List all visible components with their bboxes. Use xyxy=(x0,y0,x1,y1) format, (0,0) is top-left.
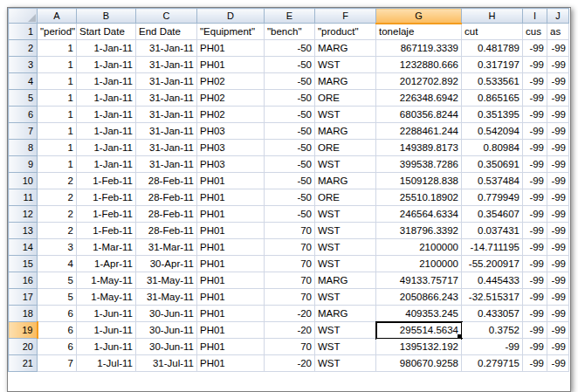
cell-B14[interactable]: 1-Mar-11 xyxy=(77,239,136,256)
column-header-I[interactable]: I xyxy=(523,9,547,24)
column-header-C[interactable]: C xyxy=(136,9,197,24)
row-header-11[interactable]: 11 xyxy=(9,189,38,206)
cell-J4[interactable]: -99 xyxy=(547,73,569,90)
cell-J17[interactable]: -99 xyxy=(547,289,569,306)
cell-B19[interactable]: 1-Jun-11 xyxy=(77,322,136,339)
cell-D9[interactable]: PH03 xyxy=(197,156,265,173)
row-header-18[interactable]: 18 xyxy=(9,306,38,322)
cell-B7[interactable]: 1-Jan-11 xyxy=(77,123,136,140)
cell-B21[interactable]: 1-Jul-11 xyxy=(77,355,136,372)
cell-F21[interactable]: WST xyxy=(315,355,376,372)
cell-E18[interactable]: -20 xyxy=(265,306,315,322)
cell-E16[interactable]: 70 xyxy=(265,272,315,289)
cell-J2[interactable]: -99 xyxy=(547,40,569,57)
cell-F8[interactable]: ORE xyxy=(315,140,376,156)
row-header-16[interactable]: 16 xyxy=(9,272,38,289)
cell-D20[interactable]: PH01 xyxy=(197,339,265,355)
cell-D5[interactable]: PH02 xyxy=(197,90,265,107)
cell-J10[interactable]: -99 xyxy=(547,173,569,189)
cell-G4[interactable]: 2012702.892 xyxy=(376,73,462,90)
cell-G9[interactable]: 399538.7286 xyxy=(376,156,462,173)
cell-D12[interactable]: PH01 xyxy=(197,206,265,223)
cell-H21[interactable]: 0.279715 xyxy=(462,355,523,372)
cell-I1[interactable]: cus xyxy=(523,24,547,40)
cell-G7[interactable]: 2288461.244 xyxy=(376,123,462,140)
column-header-H[interactable]: H xyxy=(462,9,523,24)
cell-B10[interactable]: 1-Feb-11 xyxy=(77,173,136,189)
cell-E14[interactable]: 70 xyxy=(265,239,315,256)
cell-F5[interactable]: ORE xyxy=(315,90,376,107)
cell-F13[interactable]: WST xyxy=(315,223,376,239)
cell-B17[interactable]: 1-May-11 xyxy=(77,289,136,306)
cell-F14[interactable]: WST xyxy=(315,239,376,256)
cell-A21[interactable]: 7 xyxy=(38,355,77,372)
cell-H14[interactable]: -14.711195 xyxy=(462,239,523,256)
cell-I6[interactable]: -99 xyxy=(523,107,547,123)
cell-A4[interactable]: 1 xyxy=(38,73,77,90)
cell-D19[interactable]: PH01 xyxy=(197,322,265,339)
row-header-1[interactable]: 1 xyxy=(9,24,38,40)
cell-E9[interactable]: -50 xyxy=(265,156,315,173)
cell-F7[interactable]: MARG xyxy=(315,123,376,140)
row-header-15[interactable]: 15 xyxy=(9,256,38,272)
cell-F18[interactable]: MARG xyxy=(315,306,376,322)
cell-G11[interactable]: 25510.18902 xyxy=(376,189,462,206)
cell-C16[interactable]: 31-May-11 xyxy=(136,272,197,289)
cell-F10[interactable]: MARG xyxy=(315,173,376,189)
cell-H6[interactable]: 0.351395 xyxy=(462,107,523,123)
row-header-8[interactable]: 8 xyxy=(9,140,38,156)
cell-E12[interactable]: -50 xyxy=(265,206,315,223)
cell-A7[interactable]: 1 xyxy=(38,123,77,140)
cell-I12[interactable]: -99 xyxy=(523,206,547,223)
cell-A14[interactable]: 3 xyxy=(38,239,77,256)
cell-D18[interactable]: PH01 xyxy=(197,306,265,322)
cell-G20[interactable]: 1395132.192 xyxy=(376,339,462,355)
cell-E5[interactable]: -50 xyxy=(265,90,315,107)
cell-A9[interactable]: 1 xyxy=(38,156,77,173)
cell-B6[interactable]: 1-Jan-11 xyxy=(77,107,136,123)
cell-A1[interactable]: "period" xyxy=(38,24,77,40)
cell-E11[interactable]: -50 xyxy=(265,189,315,206)
cell-C10[interactable]: 28-Feb-11 xyxy=(136,173,197,189)
cell-C18[interactable]: 30-Jun-11 xyxy=(136,306,197,322)
cell-D11[interactable]: PH01 xyxy=(197,189,265,206)
cell-F1[interactable]: "product" xyxy=(315,24,376,40)
cell-C9[interactable]: 31-Jan-11 xyxy=(136,156,197,173)
cell-J13[interactable]: -99 xyxy=(547,223,569,239)
cell-J3[interactable]: -99 xyxy=(547,57,569,73)
cell-I20[interactable]: -99 xyxy=(523,339,547,355)
row-header-12[interactable]: 12 xyxy=(9,206,38,223)
cell-C15[interactable]: 30-Apr-11 xyxy=(136,256,197,272)
cell-C3[interactable]: 31-Jan-11 xyxy=(136,57,197,73)
cell-G8[interactable]: 149389.8173 xyxy=(376,140,462,156)
cell-E1[interactable]: "bench" xyxy=(265,24,315,40)
cell-B5[interactable]: 1-Jan-11 xyxy=(77,90,136,107)
cell-I10[interactable]: -99 xyxy=(523,173,547,189)
row-header-20[interactable]: 20 xyxy=(9,339,38,355)
cell-G19[interactable]: 295514.5634 xyxy=(376,322,462,339)
cell-F4[interactable]: MARG xyxy=(315,73,376,90)
cell-E17[interactable]: 70 xyxy=(265,289,315,306)
cell-I13[interactable]: -99 xyxy=(523,223,547,239)
cell-D17[interactable]: PH01 xyxy=(197,289,265,306)
cell-J16[interactable]: -99 xyxy=(547,272,569,289)
cell-H8[interactable]: 0.80984 xyxy=(462,140,523,156)
cell-H10[interactable]: 0.537484 xyxy=(462,173,523,189)
cell-J21[interactable]: -99 xyxy=(547,355,569,372)
cell-C12[interactable]: 28-Feb-11 xyxy=(136,206,197,223)
cell-E8[interactable]: -50 xyxy=(265,140,315,156)
cell-H7[interactable]: 0.542094 xyxy=(462,123,523,140)
cell-B18[interactable]: 1-Jun-11 xyxy=(77,306,136,322)
cell-C7[interactable]: 31-Jan-11 xyxy=(136,123,197,140)
cell-D14[interactable]: PH01 xyxy=(197,239,265,256)
cell-J6[interactable]: -99 xyxy=(547,107,569,123)
cell-H15[interactable]: -55.200917 xyxy=(462,256,523,272)
cell-B15[interactable]: 1-Apr-11 xyxy=(77,256,136,272)
cell-J14[interactable]: -99 xyxy=(547,239,569,256)
cell-D6[interactable]: PH02 xyxy=(197,107,265,123)
cell-C14[interactable]: 31-Mar-11 xyxy=(136,239,197,256)
cell-F9[interactable]: WST xyxy=(315,156,376,173)
cell-F16[interactable]: MARG xyxy=(315,272,376,289)
cell-F2[interactable]: MARG xyxy=(315,40,376,57)
cell-C20[interactable]: 30-Jun-11 xyxy=(136,339,197,355)
